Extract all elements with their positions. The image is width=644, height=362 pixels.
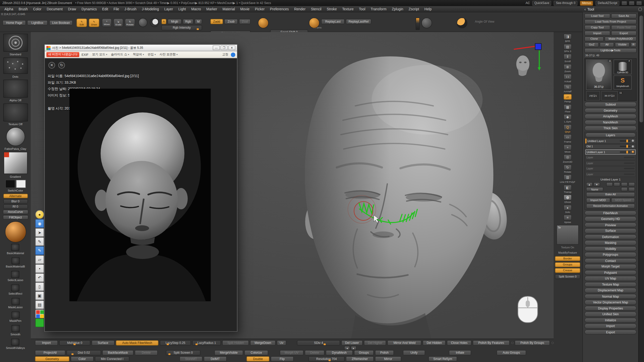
color-swatch-green[interactable]: [35, 319, 44, 327]
menu-item[interactable]: Zplugin: [389, 6, 406, 12]
view-mode-menu[interactable]: 보기 모드: [91, 52, 108, 57]
del-lower-button[interactable]: Del Lower: [341, 340, 363, 345]
transp-button[interactable]: ◧Transp: [564, 185, 572, 194]
menu-item[interactable]: Layer: [162, 6, 176, 12]
shelf-item[interactable]: SelectLasso: [8, 271, 23, 283]
edit-menu[interactable]: 편집: [146, 52, 157, 57]
aahalf-button[interactable]: ½AAHalf: [564, 84, 572, 93]
panel-scrollbar[interactable]: [638, 12, 644, 362]
layer-up-button[interactable]: ▲: [586, 182, 593, 186]
polish-by-groups-button[interactable]: Polish By Groups: [514, 340, 550, 345]
palette-section[interactable]: Import: [584, 324, 636, 329]
menu-item[interactable]: Help: [422, 6, 434, 12]
expand-icon[interactable]: [637, 1, 642, 5]
shelf-item[interactable]: SmoothValleys: [6, 339, 25, 351]
eye-icon[interactable]: ◉: [35, 219, 44, 228]
color-picker[interactable]: [4, 152, 27, 174]
goz-visible-button[interactable]: Visible: [615, 42, 630, 47]
pin-icon[interactable]: ●: [35, 210, 44, 219]
menu-item[interactable]: Brush: [16, 6, 30, 12]
split-screen-slider-right[interactable]: Split Screen 0: [555, 274, 580, 279]
menu-item[interactable]: J-Modeling: [139, 6, 162, 12]
double-button[interactable]: Double: [247, 356, 269, 361]
menu-item[interactable]: File: [111, 6, 122, 12]
zoom-button[interactable]: ⊕Zoom: [564, 64, 572, 73]
crease-button[interactable]: Crease: [555, 268, 580, 273]
move3d-button[interactable]: +Move: [564, 144, 572, 153]
palette-section[interactable]: Initialize: [584, 318, 636, 323]
bpr-button[interactable]: ◨BPR: [564, 34, 572, 43]
palette-section[interactable]: Display Properties: [584, 306, 636, 311]
menu-item[interactable]: Macro: [189, 6, 204, 12]
load-tool-button[interactable]: Load Tool: [584, 14, 610, 19]
palette-section[interactable]: Morph Target: [584, 264, 636, 269]
palette-section[interactable]: NanoMesh: [584, 120, 636, 125]
scrollbar-thumb[interactable]: [639, 16, 643, 122]
palette-section[interactable]: Deformation: [584, 234, 636, 239]
layer-row-selected[interactable]: Untitled Layer 1: [585, 149, 636, 154]
menu-item[interactable]: Document: [44, 6, 65, 12]
uv-button[interactable]: Uv: [277, 340, 287, 345]
sdiv-slider[interactable]: SDiv 4: [297, 340, 340, 345]
shelf-item[interactable]: Smooth: [11, 325, 20, 337]
mouse-icon[interactable]: ▯: [35, 282, 44, 291]
layers-section-header[interactable]: Layers: [585, 132, 636, 138]
slideshow-menu[interactable]: 슬라이드 쇼: [110, 52, 130, 57]
layer-merge-button[interactable]: [628, 182, 635, 186]
menu-item[interactable]: J-Brush: [122, 6, 139, 12]
shelf-item[interactable]: MaskPen: [9, 311, 21, 324]
bookmark-menu[interactable]: 책갈피: [132, 52, 145, 57]
edit-button[interactable]: ✎Edit: [76, 18, 87, 27]
split-hidden-button[interactable]: Split Hidden: [222, 340, 249, 345]
replay-icon[interactable]: [309, 18, 319, 28]
menu-item[interactable]: Stroke: [324, 6, 339, 12]
make-polymesh3d-button[interactable]: Make PolyMesh3D: [605, 36, 637, 41]
zoom3d-button[interactable]: ◎Zoom3D: [563, 154, 573, 163]
persp-button[interactable]: ▱Persp: [564, 94, 572, 103]
brush-size-icon[interactable]: [258, 18, 268, 28]
polish-by-features-button[interactable]: Polish By Features: [473, 340, 510, 345]
inflate-slider[interactable]: Inflate: [449, 350, 471, 355]
palette-section[interactable]: Polygroups: [584, 252, 636, 257]
palette-circle-icon[interactable]: [638, 7, 642, 11]
color-tab-button[interactable]: Color: [71, 356, 94, 361]
goz-r-button[interactable]: R: [630, 42, 637, 47]
move-button[interactable]: +Move: [102, 18, 112, 27]
alpha-thumbnail[interactable]: [3, 80, 28, 98]
help-icon[interactable]: [231, 52, 235, 57]
lightbox-button[interactable]: LightBox: [27, 20, 48, 25]
alternate-button[interactable]: Alternate: [3, 194, 28, 198]
polish-toggle-button[interactable]: Polish: [375, 350, 394, 355]
active-material-sphere[interactable]: [5, 221, 26, 243]
panels-icon[interactable]: [629, 1, 634, 5]
polish-groups-toggle[interactable]: [552, 342, 554, 344]
collapse-chevron-icon[interactable]: ‹: [584, 7, 586, 11]
overlay-close-icon[interactable]: ✕: [49, 62, 55, 69]
bake-all-button[interactable]: Bake All: [586, 192, 635, 197]
palette-section[interactable]: Surface: [584, 228, 636, 233]
rgb-button[interactable]: Rgb: [183, 19, 193, 24]
pin-toggle[interactable]: 고정: [221, 52, 229, 57]
del-hidden-button[interactable]: Del Hidden: [423, 340, 446, 345]
undo-icon[interactable]: ↶: [35, 273, 44, 282]
minimize-button[interactable]: —: [213, 46, 220, 50]
export-button[interactable]: Export: [611, 31, 637, 36]
layer-row[interactable]: Layer: [585, 166, 636, 171]
zsub-button[interactable]: Zsub: [224, 19, 238, 24]
photo-library-menu[interactable]: 사진 보관함: [158, 52, 179, 57]
rotate-button[interactable]: ↻Rotate: [125, 18, 135, 27]
palette-section[interactable]: Visibility: [584, 246, 636, 251]
sdiv-left-arrow[interactable]: ◂: [344, 346, 350, 350]
simplebrush-thumbnail[interactable]: S SimpleBrush: [614, 75, 632, 89]
dot-icon[interactable]: •: [35, 264, 44, 273]
projectall-button[interactable]: ProjectAll: [35, 350, 65, 355]
clipboard-icon[interactable]: ▤: [35, 300, 44, 309]
secondary-color-swatch[interactable]: [16, 180, 26, 188]
menu-item[interactable]: Light: [176, 6, 188, 12]
palette-section[interactable]: Thick Skin: [584, 126, 636, 131]
smart-resym-button[interactable]: Smart Re5ym: [428, 356, 457, 361]
layer-row[interactable]: Layer: [585, 171, 636, 176]
mergedown-button[interactable]: MergeDown: [250, 340, 275, 345]
solo-button[interactable]: ●Solo: [564, 205, 572, 214]
home-page-button[interactable]: Home Page: [3, 20, 26, 25]
